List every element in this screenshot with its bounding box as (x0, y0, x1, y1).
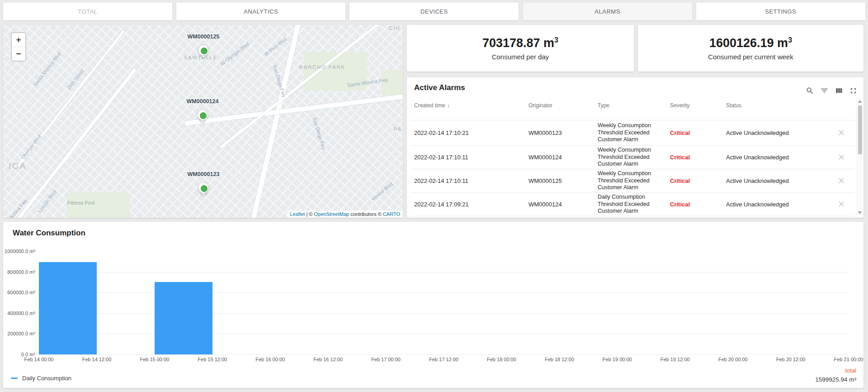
alarm-cell-created_time: 2022-02-14 17:10:11 (414, 177, 523, 184)
x-axis-tick-label: Feb 17 00:00 (363, 357, 409, 362)
x-axis-tick-label: Feb 21 00:00 (826, 357, 863, 362)
kpi-card-weekly: 1600126.19 m3 Consumed per current week (638, 25, 863, 72)
row-divider (410, 120, 854, 120)
alarm-cell-originator: WM0000125 (528, 177, 592, 184)
x-axis-tick-label: Feb 18 00:00 (479, 357, 524, 362)
alarm-cell-originator: WM0000123 (528, 129, 592, 136)
legend-item-daily-consumption[interactable]: Daily Consumption (11, 375, 71, 382)
kpi-daily-unit-sup: 3 (554, 36, 558, 44)
map-street-label: RANCHO PARK (299, 64, 345, 70)
y-axis-tick-label: 600000.0 m³ (3, 290, 35, 295)
legend-color-dash (11, 378, 18, 379)
alarm-row[interactable]: 2022-02-14 17:10:21WM0000123Weekly Consu… (407, 120, 857, 145)
alarm-cell-severity: Critical (670, 177, 715, 184)
map-pin-dot (200, 112, 207, 119)
kpi-daily-value: 703178.87 m3 (482, 36, 558, 50)
alarm-cell-status: Active Unacknowledged (726, 129, 821, 136)
column-header-severity[interactable]: Severity (670, 102, 689, 109)
attribution-text: contributors © (349, 211, 383, 217)
alarm-cell-created_time: 2022-02-14 17:09:21 (414, 201, 523, 208)
map-marker-label: WM0000125 (188, 33, 220, 40)
scroll-up-arrow-icon[interactable] (858, 100, 862, 103)
openstreetmap-link[interactable]: OpenStreetMap (314, 211, 349, 217)
alarm-cell-severity: Critical (670, 154, 715, 161)
water-consumption-chart-card: Water Consumption 0.0 m³200000.0 m³40000… (3, 222, 863, 388)
alarm-close-icon[interactable] (835, 150, 848, 164)
alarm-cell-status: Active Unacknowledged (726, 177, 821, 184)
x-axis-tick-label: Feb 15 00:00 (132, 357, 177, 362)
legend-label: Daily Consumption (22, 375, 71, 382)
leaflet-link[interactable]: Leaflet (290, 211, 305, 217)
y-axis-tick-label: 800000.0 m³ (3, 269, 35, 275)
alarms-title: Active Alarms (414, 83, 465, 92)
alarm-cell-originator: WM0000124 (528, 201, 592, 208)
x-axis-tick-label: Feb 20 12:00 (768, 357, 813, 362)
alarm-row[interactable]: 2022-02-14 17:10:11WM0000125Weekly Consu… (407, 169, 857, 192)
alarms-scrollbar[interactable] (857, 98, 863, 216)
columns-icon[interactable] (833, 85, 844, 96)
kpi-weekly-value: 1600126.19 m3 (709, 36, 792, 50)
column-header-status[interactable]: Status (726, 102, 741, 109)
alarm-close-icon[interactable] (835, 197, 848, 211)
map-street-label: ICA (9, 161, 27, 171)
row-divider (410, 169, 854, 169)
carto-link[interactable]: CARTO (383, 211, 400, 217)
tab-alarms[interactable]: ALARMS (523, 3, 692, 20)
map-attribution: Leaflet | © OpenStreetMap contributors ©… (287, 210, 403, 218)
alarm-cell-severity: Critical (670, 129, 715, 136)
x-axis-tick-label: Feb 16 12:00 (306, 357, 351, 362)
map-pin-dot (201, 185, 208, 192)
alarm-cell-type: Weekly Consumption Threshold Exceeded Cu… (598, 122, 666, 143)
column-header-created-time[interactable]: Created time↓ (414, 102, 450, 109)
row-divider (410, 145, 854, 146)
alarm-close-icon[interactable] (835, 174, 848, 187)
alarm-cell-type: Daily Consumption Threshold Exceeded Cus… (598, 194, 666, 215)
attribution-text: | © (305, 211, 314, 217)
alarm-cell-originator: WM0000124 (528, 154, 592, 161)
x-axis-tick-label: Feb 20 00:00 (710, 357, 755, 362)
map-street-label: CHI (389, 25, 401, 31)
column-header-type[interactable]: Type (598, 102, 609, 109)
map-street-label: PA (394, 126, 402, 132)
tab-total[interactable]: TOTAL (3, 3, 172, 20)
zoom-in-button[interactable]: + (12, 33, 25, 47)
alarm-row[interactable]: 2022-02-14 17:09:21WM0000124Daily Consum… (407, 192, 857, 216)
alarm-cell-type: Weekly Consumption Threshold Exceeded Cu… (598, 147, 666, 168)
map-street-label: Fitness Pool (67, 200, 95, 206)
alarm-cell-created_time: 2022-02-14 17:10:21 (414, 129, 523, 136)
x-axis-tick-label: Feb 17 12:00 (421, 357, 467, 362)
x-axis-tick-label: Feb 19 00:00 (594, 357, 640, 362)
y-axis-tick-label: 200000.0 m³ (3, 331, 35, 336)
zoom-out-button[interactable]: − (12, 47, 25, 61)
tab-devices[interactable]: DEVICES (349, 3, 519, 20)
alarm-cell-created_time: 2022-02-14 17:10:11 (414, 154, 523, 161)
row-divider (410, 192, 854, 193)
kpi-daily-caption: Consumed per day (492, 53, 549, 61)
tab-analytics[interactable]: ANALYTICS (176, 3, 345, 20)
x-axis-tick-label: Feb 14 12:00 (74, 357, 119, 362)
fullscreen-icon[interactable] (847, 85, 859, 96)
alarm-cell-severity: Critical (670, 201, 715, 208)
map-marker-label: WM0000123 (188, 171, 220, 177)
chart-bar (155, 282, 212, 354)
x-axis-tick-label: Feb 15 12:00 (190, 357, 235, 362)
map[interactable]: CHISAWTELLEW Pico BlvdW Olympic BlvdRANC… (3, 25, 403, 218)
alarm-close-icon[interactable] (835, 126, 848, 139)
x-axis-tick-label: Feb 19 12:00 (652, 357, 698, 362)
search-icon[interactable] (804, 85, 816, 96)
filter-icon[interactable] (818, 85, 830, 96)
alarm-cell-status: Active Unacknowledged (726, 154, 821, 161)
alarm-row[interactable]: 2022-02-14 17:10:11WM0000124Weekly Consu… (407, 145, 857, 169)
scroll-down-arrow-icon[interactable] (858, 211, 862, 214)
x-axis-tick-label: Feb 14 00:00 (16, 357, 61, 362)
scrollbar-thumb[interactable] (858, 105, 862, 154)
chart-gridline (39, 354, 849, 355)
sort-descending-icon[interactable]: ↓ (447, 102, 450, 109)
map-zoom-control: + − (11, 32, 26, 62)
map-marker-label: WM0000124 (187, 98, 219, 105)
kpi-weekly-caption: Consumed per current week (708, 53, 793, 61)
column-header-originator[interactable]: Originator (528, 102, 552, 109)
x-axis-tick-label: Feb 18 12:00 (537, 357, 582, 362)
tab-settings[interactable]: SETTINGS (696, 3, 865, 20)
row-divider (410, 216, 854, 216)
